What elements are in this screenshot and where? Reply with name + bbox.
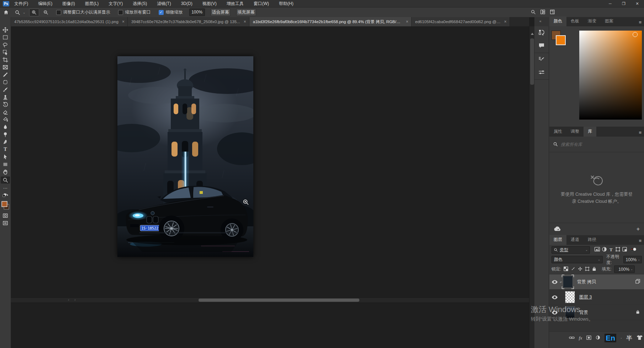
menu-type[interactable]: 文字(Y) [104, 0, 128, 7]
cloud-icon[interactable] [554, 226, 561, 232]
foreground-background-swatches[interactable] [1, 200, 10, 211]
rectangle-tool[interactable] [1, 162, 10, 167]
color-picker-field[interactable] [579, 31, 642, 120]
crop-tool[interactable] [1, 57, 10, 63]
zoom-in-button[interactable] [29, 9, 39, 16]
color-picker-marker[interactable] [633, 32, 638, 37]
menu-view[interactable]: 视图(V) [197, 0, 222, 7]
type-tool[interactable]: T [1, 147, 10, 152]
document-tab[interactable]: ed6105f42caba0edf668427aed00d62.png @ 10… [412, 17, 510, 26]
filter-smart-object-icon[interactable] [622, 247, 627, 253]
path-selection-tool[interactable] [1, 154, 10, 160]
checkbox-icon[interactable] [56, 10, 61, 15]
tab-channels[interactable]: 通道 [566, 235, 584, 245]
gradient-tool[interactable] [1, 117, 10, 122]
checkbox-checked-icon[interactable]: ✓ [159, 10, 164, 15]
fill-field[interactable]: 100% ⌄ [614, 265, 635, 273]
menu-image[interactable]: 图像(I) [57, 0, 80, 7]
menu-select[interactable]: 选择(S) [128, 0, 152, 7]
chevron-down-icon[interactable]: ⌄ [23, 11, 26, 14]
filter-shape-icon[interactable] [615, 247, 621, 253]
search-icon[interactable] [530, 9, 536, 16]
menu-layer[interactable]: 图层(L) [80, 0, 104, 7]
lock-all-icon[interactable] [592, 267, 596, 272]
document-tab[interactable]: 47b5355cc92490375101c3c16a812d4a0ba29531… [11, 17, 128, 26]
lock-transparency-icon[interactable] [564, 267, 568, 272]
visibility-eye-icon[interactable] [549, 295, 560, 299]
menu-edit[interactable]: 编辑(E) [33, 0, 57, 7]
screen-mode-button[interactable] [1, 220, 10, 226]
tool-presets-icon[interactable] [538, 69, 545, 77]
panel-menu-icon[interactable]: ≡ [639, 130, 641, 135]
tab-layers[interactable]: 图层 [549, 235, 566, 245]
fit-screen-button[interactable]: 适合屏幕 [211, 9, 231, 16]
layer-mask-icon[interactable] [586, 336, 591, 341]
minimize-button[interactable]: ─ [603, 0, 617, 7]
filter-toggle[interactable] [630, 247, 637, 253]
layer-row-layer3[interactable]: 图层 3 [549, 290, 644, 305]
vertical-scrollbar[interactable] [529, 26, 535, 348]
fill-screen-button[interactable]: 填充屏幕 [236, 9, 256, 16]
brush-tool[interactable] [1, 87, 10, 93]
lasso-tool[interactable] [1, 42, 10, 48]
hand-tool[interactable] [1, 169, 10, 175]
menu-plugins[interactable]: 增效工具 [222, 0, 249, 7]
tab-color[interactable]: 颜色 [549, 16, 566, 26]
collapse-panels-icon[interactable]: « [539, 19, 542, 23]
menu-window[interactable]: 窗口(W) [249, 0, 274, 7]
horizontal-scrollbar[interactable]: › › [11, 297, 529, 303]
layer-row-background-copy[interactable]: ⌐ 背景 拷贝 [549, 274, 644, 290]
blur-tool[interactable] [1, 124, 10, 130]
move-tool[interactable] [1, 27, 10, 33]
vertical-scrollbar-thumb[interactable] [530, 38, 534, 85]
filter-pixel-icon[interactable] [594, 247, 600, 253]
close-icon[interactable]: × [122, 19, 125, 24]
tab-swatches[interactable]: 色板 [566, 16, 584, 26]
layer-name[interactable]: 图层 3 [579, 294, 592, 300]
horizontal-scrollbar-thumb[interactable] [199, 299, 359, 302]
lock-artboard-icon[interactable] [585, 267, 590, 272]
layer-name[interactable]: 背景 [579, 310, 588, 316]
close-icon[interactable]: × [244, 19, 246, 24]
tab-properties[interactable]: 属性 [549, 127, 566, 137]
eyedropper-tool[interactable] [1, 72, 10, 78]
maximize-button[interactable]: ❐ [617, 0, 630, 7]
workspace-icon[interactable] [550, 9, 555, 16]
menu-3d[interactable]: 3D(D) [176, 0, 197, 7]
tab-paths[interactable]: 路径 [584, 235, 601, 245]
brush-settings-icon[interactable] [538, 56, 545, 63]
ime-language-indicator[interactable]: En [605, 334, 616, 342]
home-icon[interactable] [0, 10, 12, 15]
opacity-field[interactable]: 100% ⌄ [623, 256, 642, 263]
marquee-tool[interactable] [1, 35, 10, 40]
dodge-tool[interactable] [1, 132, 10, 137]
close-icon[interactable]: × [504, 19, 507, 24]
layer-name[interactable]: 背景 拷贝 [577, 279, 596, 285]
quick-mask-button[interactable] [1, 213, 10, 218]
zoom-all-windows-checkbox[interactable]: 缩放所有窗口 [118, 9, 151, 15]
lock-position-icon[interactable] [578, 267, 582, 272]
tab-adjustments[interactable]: 调整 [566, 127, 584, 137]
lock-pixels-icon[interactable] [571, 267, 575, 272]
adjustment-layer-icon[interactable] [596, 335, 600, 341]
history-panel-icon[interactable] [538, 29, 545, 37]
comment-panel-icon[interactable] [538, 42, 545, 50]
panel-menu-icon[interactable]: ≡ [639, 20, 641, 25]
document-tab[interactable]: 39487cc60e762e3fe7c37fabb3b0e678_2508x0.… [128, 17, 249, 26]
history-brush-tool[interactable] [1, 102, 10, 107]
default-colors-icon[interactable] [1, 193, 10, 199]
clone-stamp-tool[interactable] [1, 94, 10, 100]
layer-thumbnail[interactable] [565, 291, 575, 303]
link-layers-icon[interactable] [569, 336, 575, 341]
zoom-out-button[interactable] [41, 9, 51, 16]
menu-file[interactable]: 文件(F) [9, 0, 33, 7]
fit-window-checkbox[interactable]: 调整窗口大小以满屏显示 [56, 9, 110, 15]
document-tab-active[interactable]: a1bd3f26e26fb9af0b8ce16f4b7734e2b1fbe658… [249, 17, 412, 26]
visibility-eye-icon[interactable] [549, 280, 560, 284]
filter-adjustment-icon[interactable] [602, 247, 607, 253]
zoom-percent-field[interactable]: 100% [189, 9, 205, 16]
filter-type-icon[interactable]: T [608, 247, 614, 253]
arrange-documents-icon[interactable] [540, 9, 545, 16]
scrubby-zoom-checkbox[interactable]: ✓ 细微缩放 [159, 9, 183, 15]
close-icon[interactable]: × [406, 19, 408, 24]
